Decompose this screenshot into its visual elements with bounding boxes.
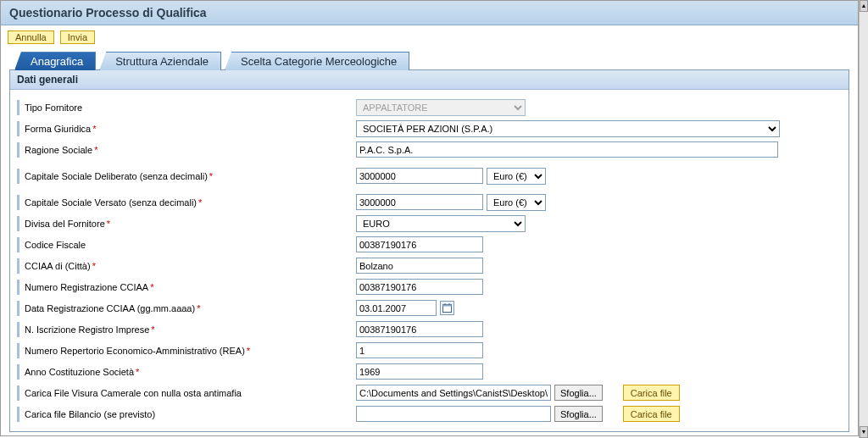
forma-giuridica-select[interactable]: SOCIETÀ PER AZIONI (S.P.A.) [356, 120, 780, 137]
tab-scelta-categorie[interactable]: Scelta Categorie Merceologiche [225, 52, 409, 70]
label-ragione-sociale: Ragione Sociale [25, 145, 92, 155]
invia-button[interactable]: Invia [60, 30, 95, 44]
content-frame: Dati generali Tipo Fornitore APPALTATORE… [9, 69, 849, 432]
capitale-deliberato-currency-select[interactable]: Euro (€) [487, 168, 546, 185]
label-divisa-fornitore: Divisa del Fornitore [25, 219, 105, 229]
label-carica-bilancio: Carica file Bilancio (se previsto) [25, 409, 155, 419]
label-anno-cost: Anno Costituzione Società [25, 367, 134, 377]
label-data-reg-cciaa: Data Registrazione CCIAA (gg.mm.aaaa) [25, 303, 195, 313]
scroll-up-arrow-icon[interactable]: ▲ [860, 0, 868, 12]
page-title: Questionario Processo di Qualifica [9, 6, 849, 19]
label-cciaa-citta: CCIAA di (Città) [25, 261, 91, 271]
label-n-iscrizione: N. Iscrizione Registro Imprese [25, 324, 149, 335]
label-numero-reg-cciaa: Numero Registrazione CCIAA [25, 282, 148, 292]
bilancio-sfoglia-button[interactable]: Sfoglia... [554, 406, 603, 422]
label-carica-visura: Carica File Visura Camerale con nulla os… [25, 388, 242, 398]
cciaa-citta-input[interactable] [356, 258, 483, 274]
vertical-scrollbar[interactable]: ▲ ▼ [859, 0, 868, 438]
annulla-button[interactable]: Annulla [8, 30, 54, 44]
form-body: Tipo Fornitore APPALTATORE Forma Giuridi… [10, 90, 849, 431]
numero-rea-input[interactable] [356, 342, 483, 358]
visura-carica-button[interactable]: Carica file [623, 385, 680, 401]
bilancio-carica-button[interactable]: Carica file [623, 406, 680, 422]
app-window: Questionario Processo di Qualifica Annul… [0, 0, 859, 436]
divisa-fornitore-select[interactable]: EURO [356, 215, 526, 232]
tab-bar: Anagrafica Struttura Aziendale Scelta Ca… [1, 52, 858, 70]
label-tipo-fornitore: Tipo Fornitore [25, 103, 82, 113]
label-numero-rea: Numero Repertorio Economico-Amministrati… [25, 346, 245, 356]
section-header: Dati generali [10, 70, 849, 90]
bilancio-file-path-input[interactable] [356, 406, 551, 422]
tab-anagrafica[interactable]: Anagrafica [14, 52, 96, 70]
codice-fiscale-input[interactable] [356, 236, 483, 252]
anno-cost-input[interactable] [356, 363, 483, 380]
label-capitale-deliberato: Capitale Sociale Deliberato (senza decim… [25, 171, 208, 181]
ragione-sociale-input[interactable] [356, 141, 778, 158]
capitale-versato-input[interactable] [356, 194, 483, 210]
title-bar: Questionario Processo di Qualifica [1, 1, 858, 25]
action-bar: Annulla Invia [1, 25, 858, 51]
label-forma-giuridica: Forma Giuridica [25, 124, 91, 134]
data-reg-cciaa-input[interactable] [356, 300, 437, 316]
calendar-icon[interactable] [440, 301, 454, 315]
scroll-down-arrow-icon[interactable]: ▼ [860, 426, 868, 438]
tab-struttura-aziendale[interactable]: Struttura Aziendale [99, 52, 221, 70]
svg-rect-1 [443, 305, 452, 307]
capitale-deliberato-input[interactable] [356, 168, 483, 184]
numero-reg-cciaa-input[interactable] [356, 279, 483, 295]
label-capitale-versato: Capitale Sociale Versato (senza decimali… [25, 197, 197, 208]
label-codice-fiscale: Codice Fiscale [25, 240, 86, 250]
capitale-versato-currency-select[interactable]: Euro (€) [487, 194, 546, 211]
tipo-fornitore-select: APPALTATORE [356, 99, 526, 116]
visura-file-path-input[interactable] [356, 385, 551, 401]
n-iscrizione-input[interactable] [356, 321, 483, 337]
visura-sfoglia-button[interactable]: Sfoglia... [554, 385, 603, 401]
